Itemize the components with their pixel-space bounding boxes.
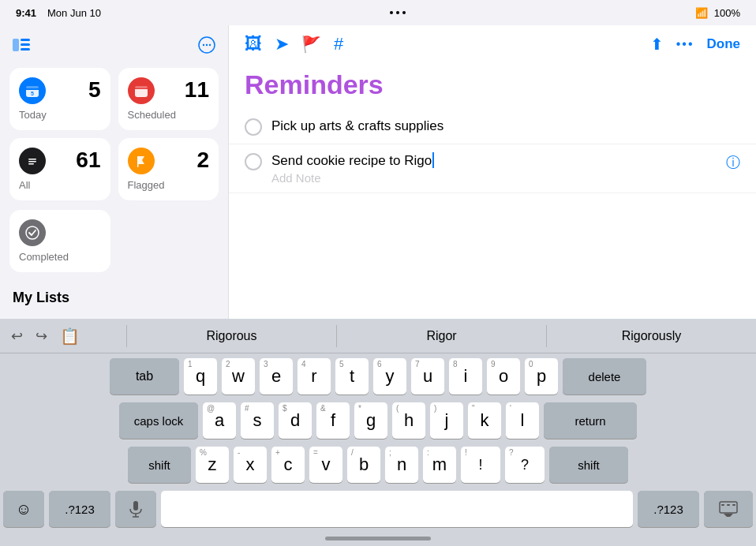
svg-point-7 bbox=[209, 44, 211, 46]
svg-point-6 bbox=[206, 44, 208, 46]
svg-rect-19 bbox=[137, 156, 139, 167]
key-k[interactable]: "k bbox=[468, 402, 501, 439]
add-note-text[interactable]: Add Note bbox=[271, 171, 717, 185]
svg-rect-18 bbox=[28, 163, 34, 165]
suggestion-1[interactable]: Rigor bbox=[337, 323, 546, 350]
reminder-text-1: Pick up arts & crafts supplies bbox=[271, 118, 740, 135]
location-icon[interactable]: ➤ bbox=[275, 34, 289, 54]
reminder-checkbox-1[interactable] bbox=[245, 118, 262, 136]
svg-rect-17 bbox=[28, 161, 36, 163]
sidebar-toggle-button[interactable] bbox=[9, 33, 33, 57]
key-j[interactable]: )j bbox=[430, 402, 463, 439]
key-q[interactable]: 1q bbox=[184, 358, 217, 395]
suggestion-2[interactable]: Rigorously bbox=[547, 323, 756, 350]
hashtag-icon[interactable]: # bbox=[334, 34, 343, 54]
return-key[interactable]: return bbox=[544, 402, 637, 439]
key-question[interactable]: ?? bbox=[505, 447, 545, 483]
scheduled-label: Scheduled bbox=[128, 109, 210, 121]
space-key[interactable] bbox=[161, 491, 633, 527]
home-bar bbox=[325, 537, 431, 540]
emoji-key[interactable]: ☺ bbox=[3, 491, 44, 527]
numsym-key[interactable]: .?123 bbox=[49, 491, 110, 527]
suggestion-0[interactable]: Rigorous bbox=[127, 323, 336, 350]
scheduled-icon-row: 11 bbox=[128, 77, 210, 104]
svg-rect-21 bbox=[133, 501, 138, 510]
smart-list-completed[interactable]: Completed bbox=[9, 210, 110, 272]
key-exclaim[interactable]: !! bbox=[461, 447, 500, 483]
mic-key[interactable] bbox=[115, 491, 156, 527]
autocorrect-actions: ↩ ↪ 📋 bbox=[0, 323, 126, 349]
key-o[interactable]: 9o bbox=[487, 358, 520, 395]
camera-icon[interactable]: 🖼 bbox=[245, 34, 262, 54]
undo-button[interactable]: ↩ bbox=[8, 324, 26, 348]
hide-keyboard-key[interactable] bbox=[704, 491, 753, 527]
my-lists-label: My Lists bbox=[9, 290, 219, 306]
reminder-checkbox-2[interactable] bbox=[245, 153, 262, 170]
sidebar-more-button[interactable] bbox=[195, 33, 219, 57]
reminders-title: Reminders bbox=[229, 63, 756, 110]
today-label: Today bbox=[19, 109, 101, 121]
redo-button[interactable]: ↪ bbox=[32, 324, 51, 348]
numsym-right-key[interactable]: .?123 bbox=[638, 491, 699, 527]
paste-button[interactable]: 📋 bbox=[57, 323, 83, 349]
status-date: Mon Jun 10 bbox=[47, 7, 101, 19]
status-time: 9:41 bbox=[16, 7, 36, 19]
completed-row: Completed bbox=[9, 210, 219, 272]
key-i[interactable]: 8i bbox=[449, 358, 482, 395]
keyboard-area: ↩ ↪ 📋 Rigorous Rigor Rigorously tab 1q 2… bbox=[0, 319, 756, 546]
svg-rect-27 bbox=[732, 504, 735, 506]
more-icon[interactable]: ••• bbox=[676, 37, 694, 51]
key-l[interactable]: 'l bbox=[506, 402, 539, 439]
home-indicator bbox=[0, 530, 756, 546]
autocorrect-bar: ↩ ↪ 📋 Rigorous Rigor Rigorously bbox=[0, 319, 756, 353]
key-s[interactable]: #s bbox=[241, 402, 274, 439]
status-bar: 9:41 Mon Jun 10 📶 100% bbox=[0, 0, 756, 25]
flagged-icon-row: 2 bbox=[128, 148, 210, 174]
key-u[interactable]: 7u bbox=[411, 358, 444, 395]
key-n[interactable]: ;n bbox=[385, 447, 418, 483]
key-x[interactable]: -x bbox=[234, 447, 267, 483]
key-t[interactable]: 5t bbox=[335, 358, 369, 395]
key-v[interactable]: =v bbox=[309, 447, 342, 483]
reminder-item-2: Send cookie recipe to Rigo Add Note ⓘ bbox=[229, 144, 756, 193]
delete-key[interactable]: delete bbox=[563, 358, 646, 395]
toolbar-right: ⬆ ••• Done bbox=[650, 35, 740, 54]
key-c[interactable]: +c bbox=[271, 447, 305, 483]
capslock-key[interactable]: caps lock bbox=[119, 402, 198, 439]
all-icon-row: 61 bbox=[19, 148, 101, 174]
flag-icon[interactable]: 🚩 bbox=[301, 35, 321, 54]
smart-list-all[interactable]: 61 All bbox=[9, 138, 110, 200]
shift-right-key[interactable]: shift bbox=[549, 447, 628, 483]
key-w[interactable]: 2w bbox=[222, 358, 255, 395]
svg-rect-2 bbox=[21, 43, 30, 46]
all-label: All bbox=[19, 179, 101, 191]
key-h[interactable]: (h bbox=[392, 402, 425, 439]
smart-list-today[interactable]: 5 5 Today bbox=[9, 68, 110, 130]
svg-text:5: 5 bbox=[31, 91, 34, 96]
key-b[interactable]: /b bbox=[347, 447, 380, 483]
today-count: 5 bbox=[88, 77, 101, 103]
key-f[interactable]: &f bbox=[316, 402, 350, 439]
key-a[interactable]: @a bbox=[203, 402, 236, 439]
svg-rect-25 bbox=[721, 504, 724, 506]
key-r[interactable]: 4r bbox=[298, 358, 331, 395]
share-icon[interactable]: ⬆ bbox=[650, 35, 664, 54]
svg-rect-14 bbox=[135, 86, 148, 88]
key-d[interactable]: $d bbox=[279, 402, 312, 439]
completed-icon bbox=[19, 219, 46, 246]
key-y[interactable]: 6y bbox=[373, 358, 406, 395]
shift-left-key[interactable]: shift bbox=[128, 447, 191, 483]
key-row-1: tab 1q 2w 3e 4r 5t 6y 7u 8i 9o 0p delete bbox=[3, 358, 753, 395]
key-z[interactable]: %z bbox=[196, 447, 229, 483]
smart-list-scheduled[interactable]: 11 Scheduled bbox=[118, 68, 219, 130]
key-e[interactable]: 3e bbox=[260, 358, 293, 395]
flagged-count: 2 bbox=[196, 148, 209, 173]
key-g[interactable]: *g bbox=[354, 402, 387, 439]
tab-key[interactable]: tab bbox=[110, 358, 179, 395]
key-m[interactable]: :m bbox=[423, 447, 456, 483]
smart-list-flagged[interactable]: 2 Flagged bbox=[118, 138, 219, 200]
key-p[interactable]: 0p bbox=[525, 358, 558, 395]
keyboard: tab 1q 2w 3e 4r 5t 6y 7u 8i 9o 0p delete… bbox=[0, 353, 756, 530]
done-button[interactable]: Done bbox=[707, 36, 741, 52]
info-button-2[interactable]: ⓘ bbox=[726, 153, 740, 172]
